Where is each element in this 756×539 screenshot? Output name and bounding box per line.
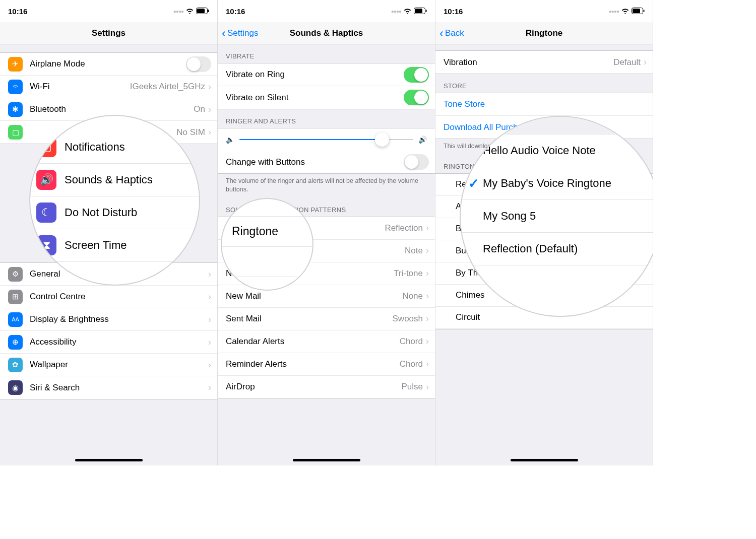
sound-row[interactable]: Reminder Alerts Chord ›: [218, 353, 435, 376]
vibration-list: Vibration Default ›: [435, 50, 653, 74]
zoom-ringtone-label: My Baby's Voice Ringtone: [483, 177, 611, 190]
svg-rect-4: [415, 9, 422, 13]
settings-row[interactable]: ◉ Siri & Search ›: [0, 376, 217, 399]
status-bar: 10:16 ●●●●: [218, 0, 435, 22]
row-label: Vibrate on Silent: [226, 93, 404, 103]
change-with-buttons-row[interactable]: Change with Buttons: [218, 151, 435, 173]
volume-slider-row: 🔈 🔊: [218, 128, 435, 151]
chevron-right-icon: ›: [426, 382, 429, 392]
zoom-row-ringtone[interactable]: Ringtone: [222, 217, 312, 247]
vibration-row[interactable]: Vibration Default ›: [435, 51, 653, 74]
zoom-row[interactable]: ⧗ Screen Time: [30, 229, 199, 262]
sound-row[interactable]: New Mail None ›: [218, 285, 435, 308]
zoom-row-label: Sounds & Haptics: [65, 173, 153, 186]
change-with-buttons-toggle[interactable]: [404, 154, 429, 170]
svg-rect-5: [426, 10, 427, 12]
row-label: Sent Mail: [226, 314, 393, 324]
chevron-left-icon: ‹: [439, 27, 444, 39]
status-bar: 10:16 ●●●●: [0, 0, 217, 22]
sound-row[interactable]: Sent Mail Swoosh ›: [218, 308, 435, 330]
speaker-low-icon: 🔈: [226, 136, 234, 144]
chevron-right-icon: ›: [426, 245, 429, 256]
row-icon: ⌔: [8, 80, 23, 94]
vibrate-list: Vibrate on Ring Vibrate on Silent: [218, 63, 435, 109]
zoom-circle-settings: ▢ Notifications🔊 Sounds & Haptics☾ Do No…: [30, 116, 199, 285]
home-indicator[interactable]: [75, 459, 143, 461]
chevron-right-icon: ›: [208, 104, 211, 115]
zoom-row[interactable]: ☾ Do Not Disturb: [30, 196, 199, 229]
chevron-right-icon: ›: [208, 314, 211, 325]
row-label: Airplane Mode: [30, 59, 186, 69]
nav-back-label: Settings: [227, 28, 258, 38]
status-right: ●●●●: [609, 7, 645, 16]
wifi-icon: [403, 7, 412, 16]
nav-back-button[interactable]: ‹ Back: [439, 27, 464, 39]
wifi-icon: [621, 7, 629, 16]
row-value: IGeeks Airtel_5GHz: [130, 82, 205, 92]
row-icon: ⊞: [8, 290, 23, 304]
store-row[interactable]: Tone Store: [435, 93, 653, 116]
chevron-right-icon: ›: [208, 360, 211, 370]
nav-back-label: Back: [445, 28, 464, 38]
cellular-dots-icon: ●●●●: [391, 9, 401, 14]
settings-row[interactable]: AA Display & Brightness ›: [0, 308, 217, 331]
nav-bar: ‹ Back Ringtone: [435, 22, 653, 44]
svg-rect-7: [633, 9, 640, 13]
zoom-row-label: Notifications: [65, 141, 125, 154]
home-indicator[interactable]: [293, 459, 360, 461]
nav-back-button[interactable]: ‹ Settings: [222, 27, 258, 39]
toggle[interactable]: [404, 90, 429, 105]
settings-row[interactable]: ✈ Airplane Mode: [0, 53, 217, 76]
zoom-ringtone-row[interactable]: ✓ My Baby's Voice Ringtone: [461, 167, 653, 200]
zoom-ringtone-row[interactable]: My Song 5: [461, 200, 653, 233]
settings-row[interactable]: ⊕ Accessibility ›: [0, 331, 217, 354]
row-label: Change with Buttons: [226, 157, 404, 167]
status-time: 10:16: [226, 7, 245, 16]
zoom-icon: ☾: [36, 203, 56, 223]
row-value: Chord: [400, 336, 423, 347]
row-value: None: [402, 291, 423, 301]
row-label: Reminder Alerts: [226, 359, 400, 369]
chevron-right-icon: ›: [208, 127, 211, 138]
row-value: Note: [405, 246, 423, 256]
group-header-vibrate: VIBRATE: [218, 44, 435, 63]
toggle[interactable]: [404, 67, 429, 83]
chevron-left-icon: ‹: [222, 27, 226, 39]
row-label: Vibrate on Ring: [226, 70, 404, 80]
sound-row[interactable]: Calendar Alerts Chord ›: [218, 330, 435, 353]
chevron-right-icon: ›: [644, 57, 647, 68]
row-value: Default: [613, 57, 641, 68]
vibrate-row[interactable]: Vibrate on Silent: [218, 86, 435, 109]
settings-row[interactable]: ✿ Wallpaper ›: [0, 354, 217, 376]
vibrate-row[interactable]: Vibrate on Ring: [218, 63, 435, 86]
nav-title: Sounds & Haptics: [290, 28, 363, 38]
zoom-row-label: Do Not Disturb: [65, 206, 137, 219]
nav-bar: Settings: [0, 22, 217, 44]
chevron-right-icon: ›: [208, 337, 211, 348]
screen-sounds-haptics: 10:16 ●●●● ‹ Settings Sounds & Haptics V…: [218, 0, 435, 465]
zoom-ringtone-label: Reflection (Default): [483, 242, 578, 255]
chevron-right-icon: ›: [208, 269, 211, 280]
svg-rect-1: [197, 9, 205, 13]
row-icon: ✿: [8, 358, 23, 372]
row-icon: AA: [8, 312, 23, 327]
zoom-ringtone-label: My Song 5: [483, 210, 536, 223]
status-bar: 10:16 ●●●●: [435, 0, 653, 22]
sound-row[interactable]: AirDrop Pulse ›: [218, 376, 435, 398]
row-value: Tri-tone: [394, 268, 423, 279]
chevron-right-icon: ›: [426, 268, 429, 279]
status-time: 10:16: [444, 7, 463, 16]
row-label: Calendar Alerts: [226, 336, 400, 347]
home-indicator[interactable]: [511, 459, 578, 461]
row-icon: ▢: [8, 125, 23, 140]
battery-icon: [632, 7, 645, 16]
nav-title: Settings: [92, 28, 125, 38]
settings-row[interactable]: ⊞ Control Centre ›: [0, 286, 217, 308]
settings-row[interactable]: ⌔ Wi-Fi IGeeks Airtel_5GHz›: [0, 76, 217, 98]
zoom-row-label: Ringtone: [232, 225, 278, 238]
volume-slider[interactable]: [239, 139, 413, 140]
toggle[interactable]: [186, 56, 211, 72]
row-label: Vibration: [444, 57, 613, 68]
zoom-row[interactable]: 🔊 Sounds & Haptics: [30, 164, 199, 196]
zoom-ringtone-row[interactable]: Reflection (Default): [461, 233, 653, 265]
